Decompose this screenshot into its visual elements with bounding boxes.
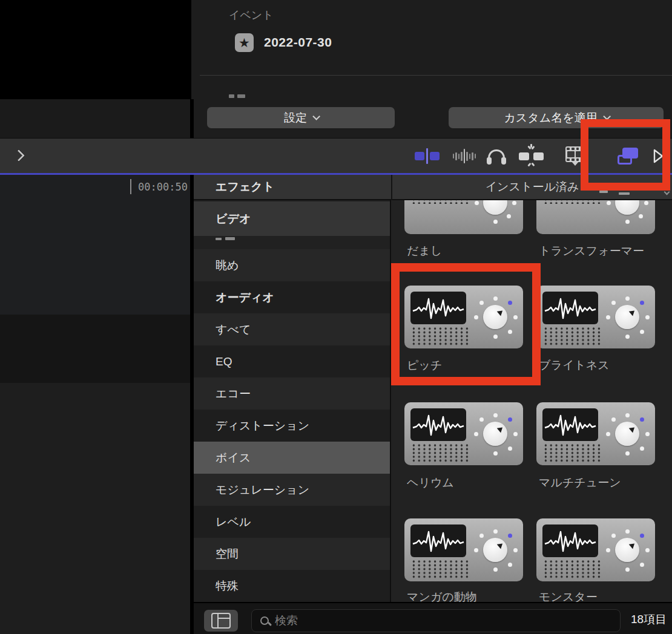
effects-header: エフェクト	[194, 175, 391, 200]
sidebar-item-video[interactable]: ビデオ	[194, 201, 390, 236]
final-cut-pro-window: イベント ★ 2022-07-30 設定 カスタム名を適用	[0, 0, 672, 634]
audio-skimming-icon[interactable]	[450, 139, 478, 174]
timeline-lane	[0, 315, 190, 383]
main-toolbar	[0, 138, 672, 173]
effect-tile-multitune[interactable]	[536, 402, 655, 465]
settings-button-label: 設定	[284, 110, 307, 126]
effects-grid: だまし トランスフォーマー	[392, 200, 672, 602]
effect-label: モンスター	[539, 589, 672, 602]
sidebar-item-space[interactable]: 空間	[194, 538, 390, 570]
snapping-icon[interactable]	[516, 139, 546, 174]
solo-headphones-icon[interactable]	[483, 139, 510, 174]
sidebar-item-levels[interactable]: レベル	[194, 506, 390, 538]
sidebar-item-voice[interactable]: ボイス	[194, 442, 390, 474]
effect-tile-monster[interactable]	[536, 518, 655, 581]
effect-label: ヘリウム	[407, 475, 540, 491]
clipped-text-fragment	[599, 191, 608, 193]
sidebar-item-all[interactable]: すべて	[194, 313, 390, 345]
annotation-box-effects-browser-button	[581, 119, 670, 191]
event-name[interactable]: 2022-07-30	[264, 35, 332, 50]
installed-header-label: インストール済み	[486, 179, 579, 195]
sidebar-item-special[interactable]: 特殊	[194, 570, 390, 602]
divider	[200, 75, 672, 76]
sidebar-item-echo[interactable]: エコー	[194, 377, 390, 410]
sidebar-item-audio[interactable]: オーディオ	[194, 281, 390, 313]
timeline-ruler-tick	[130, 179, 131, 194]
effect-tile-disguised[interactable]	[404, 200, 523, 234]
chevron-down-icon	[312, 113, 320, 120]
inspector-panel: イベント ★ 2022-07-30	[191, 0, 672, 99]
sidebar-item-clipped[interactable]	[194, 236, 390, 249]
settings-button[interactable]: 設定	[207, 107, 395, 128]
sidebar-layout-icon	[211, 613, 231, 629]
timeline-panel: 00:00:50	[0, 175, 190, 634]
effects-browser-panel: エフェクト インストール済み ビデオ 眺め オーディオ すべて EQ エコー デ…	[194, 175, 672, 634]
effect-tile-brightness[interactable]	[536, 286, 655, 348]
event-star-icon: ★	[235, 33, 254, 52]
effect-label: ブライトネス	[539, 358, 672, 373]
sidebar-collapse-chevron-icon[interactable]	[13, 149, 25, 162]
timeline-lane	[0, 383, 190, 634]
clipped-text-fragment	[229, 94, 234, 98]
timeline-timecode: 00:00:50	[138, 181, 188, 193]
effect-label: マルチチューン	[539, 475, 672, 491]
search-input[interactable]	[275, 614, 620, 627]
viewer-corner-area	[0, 99, 190, 138]
item-count: 18項目	[631, 612, 667, 627]
effect-label: だまし	[407, 243, 540, 259]
browser-bottom-bar: 18項目	[194, 602, 672, 634]
sidebar-toggle-button[interactable]	[204, 610, 238, 632]
effect-tile-helium[interactable]	[404, 402, 523, 465]
effect-label: マンガの動物	[407, 589, 540, 602]
effect-tile-transformer[interactable]	[536, 200, 655, 234]
sidebar-item-view[interactable]: 眺め	[194, 249, 390, 281]
clipped-text-fragment	[237, 94, 245, 98]
effect-label: トランスフォーマー	[539, 243, 672, 259]
sidebar-item-eq[interactable]: EQ	[194, 345, 390, 377]
skimming-icon[interactable]	[413, 139, 441, 174]
effects-category-sidebar: ビデオ 眺め オーディオ すべて EQ エコー ディストーション ボイス モジュ…	[194, 200, 391, 602]
search-icon	[260, 616, 269, 625]
event-label: イベント	[229, 8, 274, 22]
clipped-text-fragment	[619, 192, 630, 195]
effect-tile-cartoon-animals[interactable]	[404, 518, 523, 581]
annotation-box-pitch-effect	[391, 263, 541, 385]
header-divider	[391, 175, 392, 200]
search-field[interactable]	[251, 609, 621, 632]
panel-divider	[190, 99, 194, 138]
sidebar-item-modulation[interactable]: モジュレーション	[194, 474, 390, 506]
effects-header-label: エフェクト	[216, 179, 274, 195]
sidebar-item-distortion[interactable]: ディストーション	[194, 410, 390, 442]
